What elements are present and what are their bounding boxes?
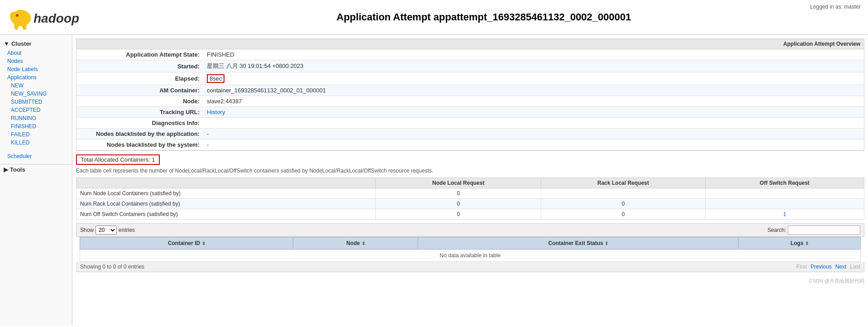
- header: hadoop Application Attempt appattempt_16…: [0, 0, 868, 35]
- request-label-2: Num Off Switch Containers (satisfied by): [76, 209, 376, 220]
- blacklist-app-value: -: [203, 129, 864, 139]
- request-header-row: Node Local Request Rack Local Request Of…: [76, 178, 864, 188]
- tools-toggle[interactable]: ▶ Tools: [0, 164, 72, 175]
- content-area: Application Attempt Overview Application…: [72, 35, 868, 326]
- request-val-1-0: 0: [376, 199, 541, 209]
- state-label: Application Attempt State:: [76, 49, 203, 60]
- history-link[interactable]: History: [207, 109, 225, 115]
- request-label-1: Num Rack Local Containers (satisfied by): [76, 199, 376, 209]
- overview-row-started: Started: 星期三 八月 30 19:01:54 +0800 2023: [76, 60, 864, 72]
- sidebar-item-running[interactable]: RUNNING: [4, 114, 72, 122]
- sidebar-item-new[interactable]: NEW: [4, 82, 72, 90]
- overview-row-diagnostics: Diagnostics Info:: [76, 118, 864, 129]
- sidebar-item-killed[interactable]: KILLED: [4, 139, 72, 147]
- node-value: slave2:44387: [203, 96, 864, 107]
- sort-icon-logs: ⇕: [805, 241, 809, 246]
- app-sub-links: NEW NEW_SAVING SUBMITTED ACCEPTED RUNNIN…: [0, 82, 72, 147]
- cluster-toggle[interactable]: ▼ Cluster: [0, 38, 72, 49]
- previous-button[interactable]: Previous: [811, 264, 832, 270]
- first-nav: First: [796, 264, 807, 270]
- request-col-node-local: Node Local Request: [376, 178, 541, 188]
- started-value: 星期三 八月 30 19:01:54 +0800 2023: [203, 60, 864, 72]
- sort-icon-node: ⇕: [362, 241, 365, 246]
- overview-row-elapsed: Elapsed: 8sec: [76, 72, 864, 85]
- sidebar-item-accepted[interactable]: ACCEPTED: [4, 106, 72, 114]
- tools-section: ▶ Tools: [0, 164, 72, 175]
- request-row-node-local: Num Node Local Containers (satisfied by)…: [76, 188, 864, 199]
- show-entries-row: Show 10 20 25 50 100 entries Search:: [76, 223, 864, 237]
- container-table: Container ID ⇕ Node ⇕ Container Exit Sta…: [80, 237, 861, 262]
- sort-icon-container-id: ⇕: [202, 241, 205, 246]
- search-input[interactable]: [788, 226, 860, 235]
- request-col-rack-local: Rack Local Request: [541, 178, 705, 188]
- request-label-0: Num Node Local Containers (satisfied by): [76, 188, 376, 199]
- footer-row: Showing 0 to 0 of 0 entries First Previo…: [76, 262, 864, 272]
- showing-label: Showing 0 to 0 of 0 entries: [80, 264, 144, 270]
- col-exit-status[interactable]: Container Exit Status ⇕: [418, 237, 739, 250]
- show-entries-right: Search:: [768, 226, 860, 235]
- node-label: Node:: [76, 96, 203, 107]
- sidebar-item-node-labels[interactable]: Node Labels: [0, 65, 72, 73]
- tools-label: Tools: [10, 166, 25, 173]
- svg-text:hadoop: hadoop: [33, 11, 79, 25]
- entries-select[interactable]: 10 20 25 50 100: [95, 226, 117, 235]
- data-table-header: Container ID ⇕ Node ⇕ Container Exit Sta…: [80, 237, 861, 250]
- data-table-wrapper: Container ID ⇕ Node ⇕ Container Exit Sta…: [80, 237, 861, 262]
- show-label: Show: [80, 227, 94, 233]
- cluster-label: Cluster: [11, 40, 32, 47]
- svg-point-3: [14, 23, 19, 30]
- sidebar-item-new-saving[interactable]: NEW_SAVING: [4, 90, 72, 98]
- off-switch-link[interactable]: 1: [783, 211, 787, 217]
- sidebar-item-nodes[interactable]: Nodes: [0, 57, 72, 65]
- elapsed-value: 8sec: [203, 72, 864, 85]
- started-label: Started:: [76, 60, 203, 72]
- request-col-off-switch: Off Switch Request: [705, 178, 864, 188]
- sidebar-item-applications[interactable]: Applications: [0, 73, 72, 82]
- state-value: FINISHED: [203, 49, 864, 60]
- sidebar: ▼ Cluster About Nodes Node Labels Applic…: [0, 35, 72, 326]
- sidebar-item-submitted[interactable]: SUBMITTED: [4, 98, 72, 106]
- request-val-0-2: [705, 188, 864, 199]
- next-button[interactable]: Next: [835, 264, 847, 270]
- allocated-section: Total Allocated Containers: 1 Each table…: [76, 154, 864, 272]
- sidebar-item-scheduler[interactable]: Scheduler: [0, 152, 72, 160]
- col-container-id[interactable]: Container ID ⇕: [80, 237, 293, 250]
- overview-row-node: Node: slave2:44387: [76, 96, 864, 107]
- svg-point-4: [22, 23, 27, 30]
- watermark: CSDN @月亮给我抄代码: [72, 276, 868, 286]
- no-data-row: No data available in table: [80, 250, 861, 262]
- svg-point-2: [23, 18, 30, 24]
- show-entries-left: Show 10 20 25 50 100 entries: [80, 226, 135, 235]
- request-val-2-1: 0: [541, 209, 705, 220]
- elapsed-label: Elapsed:: [76, 72, 203, 85]
- cluster-arrow: ▼: [4, 40, 10, 47]
- page-title: Application Attempt appattempt_169328546…: [107, 11, 861, 23]
- request-val-0-0: 0: [376, 188, 541, 199]
- col-logs[interactable]: Logs ⇕: [739, 237, 861, 250]
- logo-container: hadoop: [7, 4, 89, 31]
- blacklist-sys-label: Nodes blacklisted by the system:: [76, 139, 203, 150]
- footer-nav: First Previous Next Last: [796, 264, 860, 270]
- request-row-off-switch: Num Off Switch Containers (satisfied by)…: [76, 209, 864, 220]
- sidebar-item-finished[interactable]: FINISHED: [4, 122, 72, 130]
- sort-icon-exit-status: ⇕: [605, 241, 608, 246]
- main-layout: ▼ Cluster About Nodes Node Labels Applic…: [0, 35, 868, 326]
- hadoop-logo: hadoop: [7, 4, 89, 31]
- overview-table: Application Attempt State: FINISHED Star…: [76, 49, 864, 150]
- cluster-section: ▼ Cluster About Nodes Node Labels Applic…: [0, 38, 72, 147]
- request-row-rack-local: Num Rack Local Containers (satisfied by)…: [76, 199, 864, 209]
- overview-row-state: Application Attempt State: FINISHED: [76, 49, 864, 60]
- request-val-2-2: 1: [705, 209, 864, 220]
- request-val-1-1: 0: [541, 199, 705, 209]
- tracking-value: History: [203, 107, 864, 118]
- sidebar-item-failed[interactable]: FAILED: [4, 130, 72, 139]
- entries-label: entries: [119, 227, 135, 233]
- blacklist-app-label: Nodes blacklisted by the application:: [76, 129, 203, 139]
- overview-row-tracking: Tracking URL: History: [76, 107, 864, 118]
- request-val-1-2: [705, 199, 864, 209]
- sidebar-item-about[interactable]: About: [0, 49, 72, 57]
- elapsed-box: 8sec: [207, 74, 224, 83]
- request-table: Node Local Request Rack Local Request Of…: [76, 178, 864, 220]
- container-label: AM Container:: [76, 85, 203, 96]
- col-node[interactable]: Node ⇕: [293, 237, 418, 250]
